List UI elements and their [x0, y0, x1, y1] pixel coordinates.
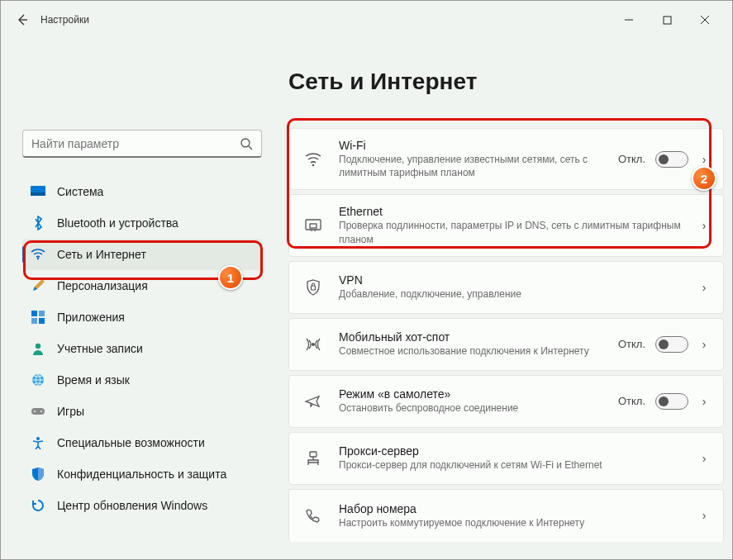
shield-icon	[31, 467, 45, 482]
airplane-icon	[302, 394, 324, 409]
card-subtitle: Совместное использование подключения к И…	[339, 344, 603, 358]
card-hotspot[interactable]: Мобильный хот-спот Совместное использова…	[288, 318, 724, 371]
card-title: Ethernet	[339, 205, 683, 218]
apps-icon	[31, 310, 45, 325]
nav-label: Центр обновления Windows	[57, 499, 207, 512]
card-subtitle: Прокси-сервер для подключений к сетям Wi…	[339, 458, 683, 472]
nav-label: Персонализация	[57, 279, 148, 292]
nav-label: Bluetooth и устройства	[57, 216, 178, 230]
phone-icon	[302, 507, 324, 524]
card-dialup[interactable]: Набор номера Настроить коммутируемое под…	[288, 489, 724, 542]
wifi-icon	[302, 152, 324, 167]
sidebar-item-system[interactable]: Система	[22, 176, 262, 207]
airplane-toggle[interactable]	[655, 393, 688, 410]
sidebar-item-apps[interactable]: Приложения	[22, 301, 262, 333]
window-controls	[610, 6, 724, 34]
card-title: Wi-Fi	[339, 139, 603, 152]
ethernet-icon	[302, 218, 324, 233]
content-area: Сеть и Интернет Wi-Fi Подключение, управ…	[288, 39, 724, 542]
annotation-badge-2: 2	[692, 166, 716, 191]
card-subtitle: Добавление, подключение, управление	[339, 287, 683, 301]
card-subtitle: Подключение, управление известными сетям…	[339, 153, 603, 179]
card-title: Режим «в самолете»	[339, 387, 603, 401]
svg-point-15	[312, 164, 315, 166]
svg-rect-17	[310, 224, 317, 228]
svg-point-1	[241, 139, 250, 147]
minimize-button[interactable]	[610, 6, 648, 34]
chevron-right-icon: ›	[698, 338, 710, 351]
svg-rect-18	[312, 286, 316, 290]
svg-rect-20	[310, 452, 317, 457]
card-proxy[interactable]: Прокси-сервер Прокси-сервер для подключе…	[288, 432, 724, 485]
sidebar-item-gaming[interactable]: Игры	[22, 396, 262, 427]
globe-icon	[31, 373, 45, 387]
lock-icon	[302, 279, 324, 296]
card-title: VPN	[339, 273, 683, 287]
system-icon	[31, 184, 45, 199]
close-button[interactable]	[686, 6, 724, 34]
svg-rect-5	[31, 311, 37, 316]
hotspot-icon	[302, 336, 324, 353]
sidebar-item-update[interactable]: Центр обновления Windows	[22, 490, 262, 521]
card-subtitle: Настроить коммутируемое подключение к Ин…	[339, 516, 683, 529]
svg-rect-7	[31, 318, 37, 324]
sidebar-item-privacy[interactable]: Конфиденциальность и защита	[22, 458, 262, 490]
sidebar-item-time[interactable]: Время и язык	[22, 364, 262, 396]
svg-point-12	[34, 411, 36, 412]
nav-label: Приложения	[57, 311, 125, 324]
toggle-state: Откл.	[618, 338, 645, 350]
proxy-icon	[302, 450, 324, 467]
wifi-toggle[interactable]	[655, 151, 688, 168]
search-input[interactable]	[31, 137, 240, 150]
person-icon	[31, 341, 45, 356]
svg-rect-0	[664, 17, 671, 24]
toggle-state: Откл.	[618, 395, 645, 407]
wifi-icon	[31, 247, 45, 262]
bluetooth-icon	[31, 216, 45, 230]
chevron-right-icon: ›	[698, 509, 710, 522]
card-wifi[interactable]: Wi-Fi Подключение, управление известными…	[288, 128, 724, 190]
nav-label: Специальные возможности	[57, 436, 205, 449]
svg-point-4	[37, 258, 39, 259]
update-icon	[31, 498, 45, 513]
sidebar-item-bluetooth[interactable]: Bluetooth и устройства	[22, 207, 262, 239]
app-title: Настройки	[40, 14, 89, 26]
chevron-right-icon: ›	[698, 153, 710, 166]
sidebar-item-accounts[interactable]: Учетные записи	[22, 333, 262, 364]
svg-point-14	[36, 437, 40, 440]
svg-point-9	[36, 344, 40, 349]
back-button[interactable]	[9, 7, 36, 33]
gamepad-icon	[31, 404, 45, 419]
hotspot-toggle[interactable]	[655, 336, 688, 353]
svg-point-13	[40, 411, 42, 412]
settings-list: Wi-Fi Подключение, управление известными…	[288, 128, 724, 542]
nav-label: Система	[57, 185, 103, 198]
card-title: Прокси-сервер	[339, 444, 683, 458]
card-subtitle: Проверка подлинности, параметры IP и DNS…	[339, 219, 683, 245]
chevron-right-icon: ›	[698, 219, 710, 232]
titlebar: Настройки	[1, 1, 732, 39]
nav-label: Конфиденциальность и защита	[57, 467, 226, 481]
toggle-state: Откл.	[618, 153, 645, 165]
svg-point-19	[312, 343, 315, 346]
chevron-right-icon: ›	[698, 281, 710, 294]
svg-rect-3	[31, 192, 45, 196]
chevron-right-icon: ›	[698, 452, 710, 465]
nav-list: Система Bluetooth и устройства Сеть и Ин…	[22, 176, 262, 521]
svg-rect-6	[39, 311, 45, 316]
svg-rect-11	[31, 408, 45, 415]
nav-label: Игры	[57, 405, 84, 418]
page-title: Сеть и Интернет	[288, 69, 724, 95]
sidebar-item-accessibility[interactable]: Специальные возможности	[22, 427, 262, 458]
svg-rect-8	[39, 318, 45, 324]
card-ethernet[interactable]: Ethernet Проверка подлинности, параметры…	[288, 194, 724, 256]
brush-icon	[31, 278, 45, 293]
search-box[interactable]	[22, 130, 262, 158]
card-airplane[interactable]: Режим «в самолете» Остановить беспроводн…	[288, 375, 724, 428]
card-vpn[interactable]: VPN Добавление, подключение, управление …	[288, 261, 724, 314]
card-subtitle: Остановить беспроводное соединение	[339, 401, 603, 415]
maximize-button[interactable]	[648, 6, 686, 34]
nav-label: Учетные записи	[57, 342, 143, 355]
card-title: Набор номера	[339, 502, 683, 515]
search-icon	[240, 137, 253, 150]
